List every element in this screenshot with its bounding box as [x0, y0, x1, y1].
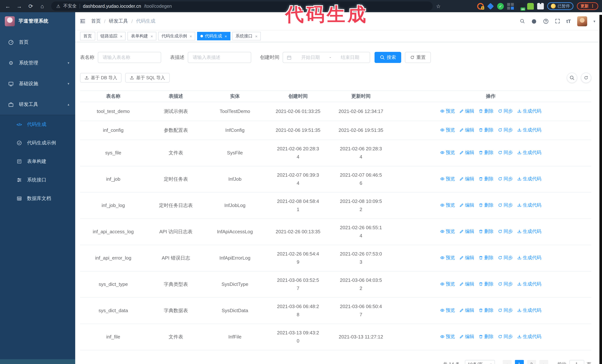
tab-系统接口[interactable]: 系统接口×: [232, 32, 261, 40]
home-icon[interactable]: ⌂: [38, 3, 46, 10]
grid-extension-icon[interactable]: [507, 3, 514, 10]
action-生成代码[interactable]: 生成代码: [517, 254, 541, 262]
action-同步[interactable]: 同步: [498, 227, 513, 236]
action-预览[interactable]: 预览: [440, 254, 455, 262]
sidebar-item-研发工具[interactable]: 研发工具▴: [0, 94, 75, 115]
check-extension-icon[interactable]: ✓: [497, 3, 504, 10]
action-生成代码[interactable]: 生成代码: [517, 201, 541, 209]
update-button[interactable]: 更新 ⋮: [577, 2, 598, 10]
action-编辑[interactable]: 编辑: [460, 175, 474, 183]
kebab-menu-icon[interactable]: ⋮: [591, 4, 595, 9]
hamburger-icon[interactable]: [80, 18, 86, 24]
robot-extension-icon[interactable]: [527, 3, 534, 10]
user-avatar[interactable]: [577, 16, 587, 26]
action-删除[interactable]: 删除: [479, 227, 494, 236]
chevron-down-icon[interactable]: ▾: [593, 19, 595, 23]
page-button-2[interactable]: 2: [527, 360, 536, 364]
date-range-picker[interactable]: 开始日期 - 结束日期: [283, 52, 370, 63]
github-icon[interactable]: [531, 18, 537, 24]
action-同步[interactable]: 同步: [498, 280, 513, 288]
action-生成代码[interactable]: 生成代码: [517, 227, 541, 236]
action-编辑[interactable]: 编辑: [460, 280, 474, 288]
action-预览[interactable]: 预览: [440, 333, 455, 341]
tab-代码生成[interactable]: 代码生成×: [197, 32, 230, 40]
action-预览[interactable]: 预览: [440, 280, 455, 288]
action-同步[interactable]: 同步: [498, 201, 513, 209]
sidebar-subitem-表单构建[interactable]: 表单构建: [0, 152, 75, 171]
reset-button[interactable]: 重置: [405, 52, 431, 63]
import-sql-button[interactable]: 基于 SQL 导入: [125, 73, 170, 83]
action-生成代码[interactable]: 生成代码: [517, 126, 541, 134]
circle-arrows-extension-icon[interactable]: 1: [477, 3, 484, 10]
action-删除[interactable]: 删除: [479, 280, 494, 288]
close-icon[interactable]: ×: [225, 34, 227, 38]
close-icon[interactable]: ×: [150, 34, 153, 38]
goto-page-input[interactable]: [569, 360, 584, 364]
action-预览[interactable]: 预览: [440, 227, 455, 236]
action-同步[interactable]: 同步: [498, 333, 513, 341]
tab-首页[interactable]: 首页: [80, 32, 95, 40]
close-icon[interactable]: ×: [255, 34, 258, 38]
import-db-button[interactable]: 基于 DB 导入: [80, 73, 122, 83]
sidebar-subitem-系统接口[interactable]: 系统接口: [0, 171, 75, 189]
action-编辑[interactable]: 编辑: [460, 201, 474, 209]
action-删除[interactable]: 删除: [479, 201, 494, 209]
question-icon[interactable]: [543, 18, 548, 24]
action-生成代码[interactable]: 生成代码: [517, 148, 541, 157]
action-删除[interactable]: 删除: [479, 306, 494, 314]
action-删除[interactable]: 删除: [479, 126, 494, 134]
action-预览[interactable]: 预览: [440, 126, 455, 134]
close-icon[interactable]: ×: [120, 34, 122, 38]
action-编辑[interactable]: 编辑: [460, 227, 474, 236]
bookmark-star-icon[interactable]: ☆: [436, 3, 441, 9]
tab-代码生成示例[interactable]: 代码生成示例×: [158, 32, 195, 40]
sidebar-item-系统管理[interactable]: ⚙系统管理▾: [0, 52, 75, 73]
forward-icon[interactable]: →: [15, 3, 23, 10]
close-icon[interactable]: ×: [190, 34, 192, 38]
action-预览[interactable]: 预览: [440, 107, 455, 115]
address-bar[interactable]: ⚠ 不安全 dashboard.yudao.iocoder.cn/tool/co…: [51, 1, 433, 11]
logo[interactable]: 芋道管理系统: [0, 12, 75, 30]
action-生成代码[interactable]: 生成代码: [517, 306, 541, 314]
action-预览[interactable]: 预览: [440, 175, 455, 183]
dark-extension-icon[interactable]: on: [517, 3, 524, 10]
fontsize-icon[interactable]: tT: [566, 18, 571, 24]
reload-icon[interactable]: ⟳: [27, 3, 35, 10]
action-预览[interactable]: 预览: [440, 201, 455, 209]
action-同步[interactable]: 同步: [498, 126, 513, 134]
action-编辑[interactable]: 编辑: [460, 107, 474, 115]
next-page-button[interactable]: ›: [539, 360, 548, 364]
breadcrumb-item-研发工具[interactable]: 研发工具: [109, 18, 128, 24]
puzzle-extension-icon[interactable]: [537, 3, 544, 10]
action-预览[interactable]: 预览: [440, 148, 455, 157]
action-编辑[interactable]: 编辑: [460, 254, 474, 262]
page-size-select[interactable]: 10条/页 ▾: [465, 360, 495, 364]
action-同步[interactable]: 同步: [498, 148, 513, 157]
action-预览[interactable]: 预览: [440, 306, 455, 314]
action-编辑[interactable]: 编辑: [460, 333, 474, 341]
sidebar-subitem-代码生成示例[interactable]: 代码生成示例: [0, 134, 75, 152]
sidebar-collapse-bar[interactable]: [0, 359, 75, 364]
action-同步[interactable]: 同步: [498, 107, 513, 115]
search-icon[interactable]: [520, 19, 525, 24]
prev-page-button[interactable]: ‹: [503, 360, 511, 364]
tab-表单构建[interactable]: 表单构建×: [128, 32, 156, 40]
action-同步[interactable]: 同步: [498, 254, 513, 262]
action-同步[interactable]: 同步: [498, 306, 513, 314]
table-desc-input[interactable]: [188, 52, 251, 63]
fullscreen-icon[interactable]: [555, 19, 560, 24]
action-同步[interactable]: 同步: [498, 175, 513, 183]
action-编辑[interactable]: 编辑: [460, 148, 474, 157]
browser-scrollbar[interactable]: [599, 15, 602, 364]
breadcrumb-item-首页[interactable]: 首页: [91, 18, 101, 24]
back-icon[interactable]: ←: [4, 3, 12, 10]
action-生成代码[interactable]: 生成代码: [517, 333, 541, 341]
action-删除[interactable]: 删除: [479, 254, 494, 262]
page-button-1[interactable]: 1: [515, 360, 524, 364]
action-删除[interactable]: 删除: [479, 107, 494, 115]
action-编辑[interactable]: 编辑: [460, 306, 474, 314]
action-生成代码[interactable]: 生成代码: [517, 280, 541, 288]
table-name-input[interactable]: [98, 52, 161, 63]
gem-extension-icon[interactable]: [487, 3, 494, 10]
action-生成代码[interactable]: 生成代码: [517, 107, 541, 115]
